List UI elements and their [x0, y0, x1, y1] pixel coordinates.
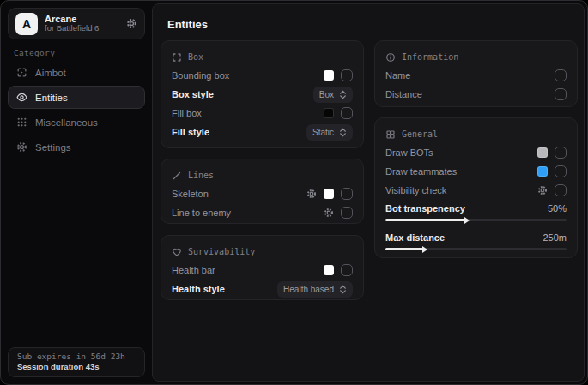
sidebar: A Arcane for Battlefield 6 Category	[1, 1, 152, 384]
max-distance-slider[interactable]	[385, 248, 567, 250]
health-bar-row: Health bar	[172, 261, 353, 280]
sub-expiry-text: Sub expires in 56d 23h	[17, 352, 136, 361]
general-card-header: General	[385, 125, 567, 143]
dropdown-value: Static	[312, 128, 334, 137]
eye-icon	[16, 92, 27, 103]
survivability-card-header: Survivability	[172, 243, 353, 261]
draw-bots-row: Draw BOTs	[385, 143, 567, 162]
name-checkbox[interactable]	[555, 69, 567, 81]
lines-card: Lines Skeleton Line to enemy	[161, 159, 364, 224]
profile-text: Arcane for Battlefield 6	[45, 14, 119, 34]
draw-bots-checkbox[interactable]	[555, 147, 567, 159]
sidebar-item-aimbot[interactable]: Aimbot	[8, 61, 145, 84]
bot-transparency-block: Bot transpenency 50%	[385, 200, 567, 229]
draw-teammates-checkbox[interactable]	[555, 165, 567, 177]
bot-transparency-slider[interactable]	[385, 219, 567, 221]
subscription-info-card: Sub expires in 56d 23h Session duration …	[8, 347, 145, 377]
row-label: Name	[385, 70, 410, 81]
health-bar-color-swatch[interactable]	[324, 265, 334, 275]
survivability-card: Survivability Health bar Health style He…	[161, 235, 364, 300]
skeleton-settings-gear-icon[interactable]	[306, 189, 317, 199]
card-title: Lines	[188, 171, 214, 180]
visibility-check-checkbox[interactable]	[555, 184, 567, 196]
card-title: Information	[402, 52, 458, 62]
fill-box-checkbox[interactable]	[341, 107, 353, 119]
fill-box-row: Fill box	[172, 104, 353, 123]
skeleton-color-swatch[interactable]	[324, 189, 334, 199]
information-card: Information Name Distance	[374, 40, 578, 107]
draw-teammates-row: Draw teammates	[385, 162, 567, 181]
sidebar-item-entities[interactable]: Entities	[8, 86, 145, 109]
info-icon	[385, 52, 396, 63]
slider-fill	[385, 219, 465, 221]
draw-bots-color-swatch[interactable]	[537, 147, 548, 158]
row-label: Skeleton	[172, 189, 209, 199]
row-label: Fill style	[172, 127, 209, 137]
app-window: A Arcane for Battlefield 6 Category	[0, 0, 588, 385]
lines-card-header: Lines	[172, 166, 353, 184]
app-subtitle: for Battlefield 6	[45, 24, 119, 33]
max-distance-block: Max distance 250m	[385, 229, 567, 258]
information-card-header: Information	[385, 48, 567, 66]
max-distance-value: 250m	[543, 232, 567, 243]
row-label: Line to enemy	[172, 208, 231, 218]
row-label: Health style	[172, 284, 225, 294]
distance-row: Distance	[385, 85, 567, 104]
fill-style-row: Fill style Static	[172, 123, 353, 141]
line-to-enemy-settings-gear-icon[interactable]	[324, 208, 334, 218]
visibility-check-row: Visibility check	[385, 181, 567, 200]
card-title: General	[402, 129, 438, 139]
box-card-header: Box	[172, 48, 353, 66]
dropdown-value: Health based	[283, 285, 334, 294]
sidebar-item-settings[interactable]: Settings	[8, 135, 145, 159]
draw-teammates-color-swatch[interactable]	[537, 166, 548, 177]
session-duration-text: Session duration 43s	[17, 362, 136, 371]
row-label: Health bar	[172, 265, 215, 275]
unfold-icon	[339, 90, 347, 99]
sidebar-item-label: Miscellaneous	[35, 117, 98, 128]
row-label: Box style	[172, 89, 214, 99]
category-label: Category	[14, 48, 55, 57]
sidebar-item-label: Settings	[35, 142, 71, 153]
card-title: Survivability	[188, 247, 255, 256]
row-label: Visibility check	[385, 185, 446, 196]
fill-box-color-swatch[interactable]	[324, 108, 334, 118]
general-card: General Draw BOTs Draw teammates Visibil…	[374, 117, 578, 258]
page-title: Entities	[167, 18, 208, 31]
profile-gear-icon[interactable]	[126, 18, 137, 29]
sidebar-item-label: Entities	[35, 93, 68, 103]
sidebar-nav: Aimbot Entities	[8, 61, 145, 159]
slider-fill	[385, 248, 423, 250]
diagonal-line-icon	[172, 171, 182, 181]
health-bar-checkbox[interactable]	[341, 264, 353, 276]
sidebar-item-label: Aimbot	[35, 68, 66, 78]
row-label: Bot transpenency	[385, 203, 465, 214]
gear-icon	[16, 141, 27, 153]
line-to-enemy-checkbox[interactable]	[341, 207, 353, 219]
bounding-box-row: Bounding box	[172, 66, 353, 85]
row-label: Fill box	[172, 108, 202, 118]
unfold-icon	[339, 285, 347, 294]
bounding-box-color-swatch[interactable]	[324, 70, 334, 81]
box-style-dropdown[interactable]: Box	[313, 87, 353, 103]
visibility-check-settings-gear-icon[interactable]	[537, 185, 548, 196]
bounding-box-checkbox[interactable]	[341, 69, 353, 81]
heart-icon	[172, 247, 182, 257]
main-panel: Entities Box Bounding box	[152, 3, 585, 382]
card-title: Box	[188, 52, 203, 62]
row-label: Distance	[385, 89, 422, 99]
row-label: Bounding box	[172, 70, 229, 81]
name-row: Name	[385, 66, 567, 85]
row-label: Draw BOTs	[385, 147, 433, 158]
sidebar-item-miscellaneous[interactable]: Miscellaneous	[8, 111, 145, 134]
skeleton-checkbox[interactable]	[341, 188, 353, 200]
health-style-dropdown[interactable]: Health based	[277, 281, 353, 298]
app-logo: A	[15, 13, 38, 35]
dropdown-value: Box	[319, 90, 334, 99]
distance-checkbox[interactable]	[555, 88, 567, 100]
line-to-enemy-row: Line to enemy	[172, 203, 353, 222]
grid-dots-icon	[16, 117, 27, 128]
fill-style-dropdown[interactable]: Static	[306, 124, 353, 141]
unfold-icon	[339, 128, 347, 137]
corners-icon	[172, 52, 182, 63]
